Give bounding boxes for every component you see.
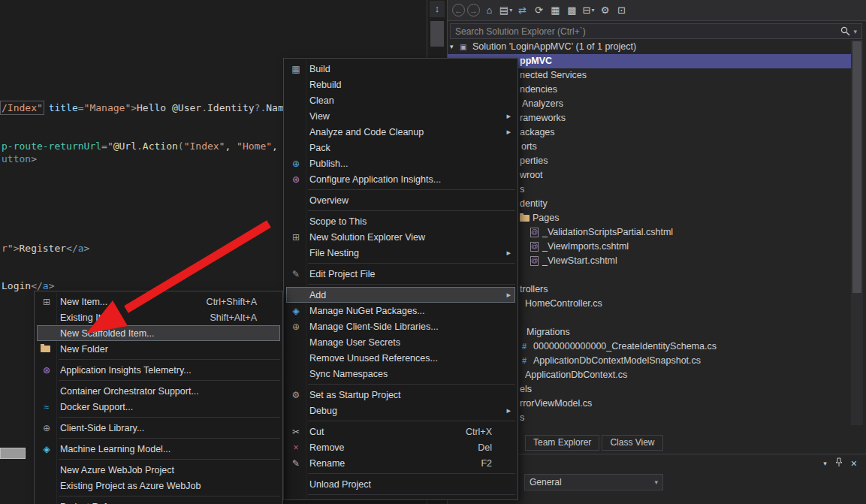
menu-item-label: Existing Item... <box>60 312 122 323</box>
menu-item-label: Cut <box>309 427 324 437</box>
menu-item-analyze-and-code-cleanup[interactable]: Analyze and Code Cleanup▸ <box>284 124 517 140</box>
tree-item-label: ApplicationDbContext.cs <box>525 368 627 382</box>
code-line: /Index" title="Manage">Hello @User.Ident… <box>2 102 290 114</box>
menu-item-set-as-startup-project[interactable]: ⚙Set as Startup Project <box>284 387 517 403</box>
menu-item-shortcut: Ctrl+X <box>466 427 492 437</box>
app-insights-icon: ⊛ <box>40 365 53 376</box>
scrollbar-splitter-icon[interactable]: ↕ <box>430 1 445 17</box>
menu-item-overview[interactable]: Overview <box>284 192 517 208</box>
scrollbar-thumb[interactable] <box>430 21 444 47</box>
menu-item-build[interactable]: ▦Build <box>284 61 517 77</box>
menu-item-client-side-library[interactable]: ⊕Client-Side Library... <box>35 420 282 436</box>
nuget-icon: ◈ <box>289 306 303 316</box>
startup-icon: ⚙ <box>289 390 303 400</box>
menu-item-view[interactable]: View▸ <box>284 108 517 124</box>
menu-item-clean[interactable]: Clean <box>284 92 517 108</box>
tree-item-label: els <box>520 382 532 397</box>
scrollbar-thumb[interactable] <box>852 41 861 293</box>
tree-item-label: ndencies <box>520 83 557 97</box>
code-token: Login <box>2 280 31 291</box>
menu-item-remove[interactable]: ×RemoveDel <box>284 439 517 455</box>
menu-item-manage-client-side-libraries[interactable]: ⊕Manage Client-Side Libraries... <box>284 318 517 334</box>
menu-separator <box>284 471 517 476</box>
pin-icon-glyph <box>835 457 843 467</box>
menu-item-label: Application Insights Telemetry... <box>60 365 192 376</box>
tree-item-label: dentity <box>520 197 548 211</box>
close-icon[interactable]: × <box>851 457 857 469</box>
menu-item-label: New Solution Explorer View <box>309 232 425 243</box>
code-token: = <box>78 102 84 113</box>
code-token: Hello <box>137 102 172 113</box>
menu-item-label: New Azure WebJob Project <box>60 465 174 475</box>
menu-item-publish[interactable]: ⊕Publish... <box>284 155 517 171</box>
menu-item-application-insights-telemetry[interactable]: ⊛Application Insights Telemetry... <box>35 362 282 378</box>
pin-icon[interactable] <box>835 457 843 469</box>
menu-item-label: Remove Unused References... <box>309 353 438 364</box>
horizontal-scrollbar-thumb[interactable] <box>0 448 26 459</box>
expander-icon[interactable]: ▾ <box>450 40 454 54</box>
menu-item-rebuild[interactable]: Rebuild <box>284 77 517 92</box>
menu-item-docker-support[interactable]: ≈Docker Support... <box>35 399 282 415</box>
menu-item-cut[interactable]: ✂CutCtrl+X <box>284 424 517 439</box>
menu-item-sync-namespaces[interactable]: Sync Namespaces <box>284 366 517 382</box>
code-token: a <box>78 243 84 254</box>
menu-item-label: Remove <box>309 442 345 453</box>
code-token: @ <box>172 102 178 113</box>
menu-item-edit-project-file[interactable]: ✎Edit Project File <box>284 266 517 282</box>
tree-item-label: 00000000000000_CreateIdentitySchema.cs <box>533 340 717 354</box>
menu-item-label: Sync Namespaces <box>309 369 388 379</box>
menu-item-existing-project-as-azure-webjob[interactable]: Existing Project as Azure WebJob <box>35 478 282 493</box>
menu-item-rename[interactable]: ✎RenameF2 <box>284 455 517 471</box>
menu-item-unload-project[interactable]: Unload Project <box>284 476 517 492</box>
output-source-value: General <box>530 477 562 487</box>
tab-class-view[interactable]: Class View <box>602 435 662 451</box>
menu-item-container-orchestrator-support[interactable]: Container Orchestrator Support... <box>35 383 282 399</box>
output-source-combo[interactable]: General ▾ <box>524 474 663 490</box>
menu-item-new-azure-webjob-project[interactable]: New Azure WebJob Project <box>35 462 282 478</box>
tree-item-label: ackages <box>520 125 555 140</box>
menu-item-add[interactable]: Add▸ <box>286 287 515 303</box>
menu-item-manage-nuget-packages[interactable]: ◈Manage NuGet Packages... <box>284 303 517 318</box>
menu-item-label: Configure Application Insights... <box>309 174 441 185</box>
menu-item-configure-application-insights[interactable]: ⊛Configure Application Insights... <box>284 171 517 187</box>
code-token: ( <box>178 140 184 152</box>
razor-icon: @ <box>530 242 539 252</box>
csharp-icon: # <box>522 340 527 354</box>
submenu-arrow-icon: ▸ <box>506 111 511 121</box>
menu-item-new-scaffolded-item[interactable]: New Scaffolded Item... <box>37 325 280 341</box>
menu-item-remove-unused-references[interactable]: Remove Unused References... <box>284 350 517 366</box>
menu-item-debug[interactable]: Debug▸ <box>284 403 517 418</box>
tree-item-solution-loginappmvc-1-of-1-project[interactable]: ▾▣Solution 'LoginAppMVC' (1 of 1 project… <box>448 40 866 54</box>
tab-team-explorer[interactable]: Team Explorer <box>525 435 599 451</box>
menu-item-new-folder[interactable]: New Folder <box>35 341 282 357</box>
code-token: > <box>84 243 90 254</box>
menu-item-scope-to-this[interactable]: Scope to This <box>284 213 517 229</box>
menu-item-manage-user-secrets[interactable]: Manage User Secrets <box>284 334 517 350</box>
window-position-icon[interactable]: ▾ <box>823 460 827 467</box>
chevron-down-icon: ▾ <box>654 478 658 486</box>
menu-item-label: Manage User Secrets <box>309 337 400 348</box>
menu-item-label: Existing Project as Azure WebJob <box>60 481 201 491</box>
tree-item-label: orts <box>521 140 537 154</box>
code-token <box>43 102 49 113</box>
menu-separator <box>284 208 517 213</box>
menu-item-machine-learning-model[interactable]: ◈Machine Learning Model... <box>35 441 282 457</box>
menu-item-file-nesting[interactable]: File Nesting▸ <box>284 245 517 261</box>
publish-icon: ⊕ <box>289 158 303 169</box>
solution-explorer-scrollbar[interactable] <box>851 40 863 425</box>
menu-item-label: Publish... <box>309 158 348 169</box>
menu-item-project-reference[interactable]: Project Reference... <box>35 499 282 504</box>
tree-item-label: Pages <box>533 211 559 225</box>
menu-item-new-solution-explorer-view[interactable]: ⊞New Solution Explorer View <box>284 229 517 245</box>
menu-item-pack[interactable]: Pack <box>284 140 517 155</box>
code-line: utton> <box>2 153 37 165</box>
code-token: " <box>107 140 113 152</box>
menu-item-existing-item[interactable]: Existing Item...Shift+Alt+A <box>35 309 282 325</box>
menu-item-label: New Item... <box>60 297 107 307</box>
menu-item-shortcut: Del <box>478 442 492 453</box>
new-folder-icon <box>41 346 50 352</box>
client-lib-icon: ⊕ <box>40 423 53 433</box>
code-token: </ <box>31 280 43 291</box>
folder-icon <box>520 215 530 222</box>
menu-item-new-item[interactable]: ⊞New Item...Ctrl+Shift+A <box>35 294 282 309</box>
